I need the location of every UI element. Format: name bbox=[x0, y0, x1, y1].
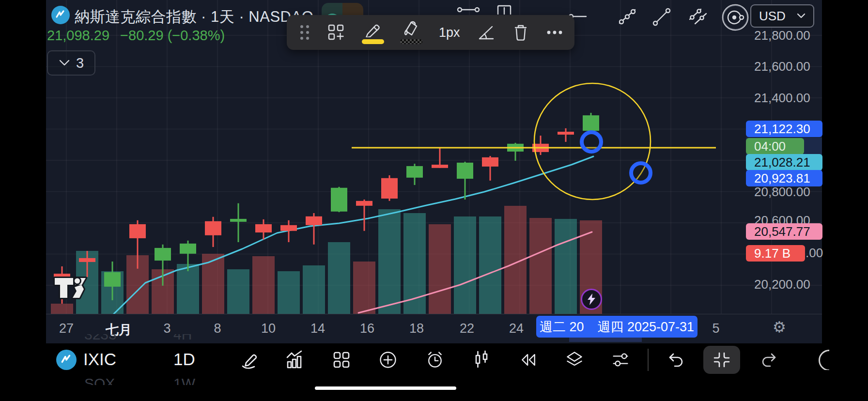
parallel-channel-tool-icon[interactable] bbox=[687, 6, 710, 27]
chart-settings-button[interactable] bbox=[611, 350, 631, 370]
angle-tool-icon[interactable] bbox=[476, 23, 496, 42]
templates-icon[interactable] bbox=[327, 23, 345, 42]
volume-bar bbox=[328, 242, 350, 314]
candle-body bbox=[280, 225, 297, 231]
extended-line-tool-icon[interactable] bbox=[456, 5, 481, 14]
volume-bar bbox=[278, 271, 300, 314]
time-axis-label: 18 bbox=[409, 321, 424, 336]
fill-color-button[interactable] bbox=[400, 21, 422, 44]
time-axis-label: 24 bbox=[509, 321, 524, 336]
line-width-label: 1px bbox=[439, 25, 460, 40]
indicator-count: 3 bbox=[76, 55, 84, 71]
symbol-title[interactable]: 納斯達克綜合指數 · 1天 · NASDAQ bbox=[75, 7, 313, 27]
zigzag-glyph bbox=[62, 355, 69, 362]
trend-3-point-tool-icon[interactable] bbox=[617, 6, 638, 27]
chevron-down-icon bbox=[59, 59, 70, 67]
drag-handle-icon[interactable] bbox=[298, 23, 311, 42]
chevron-down-icon bbox=[797, 13, 806, 19]
indicators-button[interactable] bbox=[285, 350, 305, 370]
trend-line-tool-icon[interactable] bbox=[651, 6, 672, 27]
trash-icon[interactable] bbox=[512, 23, 530, 42]
date-badge-end: 週四 2025-07-31 bbox=[597, 318, 694, 336]
add-button[interactable] bbox=[378, 350, 398, 370]
price-axis-badge: 04:00 bbox=[746, 138, 804, 154]
time-axis-label: 3 bbox=[163, 321, 170, 336]
volume-bar bbox=[454, 216, 476, 314]
symbol-logo-small[interactable] bbox=[56, 350, 77, 370]
axis-settings-gear-icon[interactable]: ⚙ bbox=[773, 318, 786, 336]
symbol-picker[interactable]: IXIC bbox=[83, 350, 116, 369]
date-badge-start: 週二 20 bbox=[540, 318, 584, 336]
interval-wheel-next: 1W bbox=[173, 375, 212, 385]
ellipse-tool-icon-selected[interactable] bbox=[722, 4, 749, 31]
tradingview-watermark-logo bbox=[52, 274, 88, 301]
price-axis-badge: 20,923.81 bbox=[746, 170, 822, 186]
candle-body bbox=[205, 221, 221, 235]
symbol-logo[interactable] bbox=[51, 6, 70, 24]
redo-button[interactable] bbox=[760, 350, 779, 370]
time-axis-label: 8 bbox=[214, 321, 221, 336]
home-indicator[interactable] bbox=[315, 386, 456, 390]
volume-bar bbox=[177, 264, 199, 314]
layouts-button[interactable] bbox=[332, 350, 351, 370]
volume-bar bbox=[429, 224, 451, 314]
time-axis-label: 22 bbox=[460, 321, 474, 336]
volume-bar bbox=[378, 209, 401, 314]
candle-body bbox=[583, 115, 599, 131]
time-axis-label: 5 bbox=[712, 321, 719, 336]
price-axis-label: 21,800.00 bbox=[754, 28, 810, 43]
price-range-tool-icon[interactable] bbox=[496, 3, 513, 15]
right-letterbox bbox=[822, 0, 868, 343]
partial-edge-button[interactable] bbox=[819, 350, 829, 370]
drawing-anchor-handle[interactable] bbox=[631, 163, 651, 183]
volume-bar bbox=[51, 304, 73, 314]
last-price: 21,098.29 bbox=[47, 28, 109, 43]
symbol-wheel-prev: 3233 bbox=[84, 334, 142, 343]
candle-body bbox=[155, 248, 171, 261]
candle-body bbox=[180, 244, 196, 254]
compare-candles-button[interactable] bbox=[472, 350, 491, 370]
candle-body bbox=[129, 224, 146, 238]
candle-body bbox=[306, 216, 322, 225]
draw-button[interactable] bbox=[240, 350, 260, 370]
undo-button[interactable] bbox=[666, 350, 685, 370]
selected-fill-swatch bbox=[400, 39, 422, 44]
more-options-icon[interactable] bbox=[546, 30, 563, 35]
date-range-badge: 週二 20 週四 2025-07-31 bbox=[536, 316, 698, 338]
line-color-button[interactable] bbox=[362, 21, 384, 44]
left-letterbox bbox=[0, 0, 46, 343]
time-axis-selection-strip bbox=[569, 338, 642, 342]
zigzag-glyph bbox=[57, 11, 63, 17]
price-axis-badge: 20,547.77 bbox=[746, 223, 822, 240]
replay-button[interactable] bbox=[519, 350, 538, 370]
volume-bar bbox=[479, 216, 501, 314]
volume-bar bbox=[555, 219, 577, 314]
lightning-icon bbox=[587, 293, 596, 306]
price-axis-badge: 9.17 B bbox=[746, 245, 805, 262]
candle-body bbox=[406, 166, 423, 178]
drawing-properties-toolbar[interactable]: 1px bbox=[287, 15, 574, 50]
volume-bar bbox=[227, 269, 249, 314]
candle-body bbox=[79, 258, 95, 262]
exit-fullscreen-button[interactable] bbox=[703, 346, 740, 374]
interval-picker[interactable]: 1D bbox=[173, 350, 195, 369]
symbol-wheel-next: SOX bbox=[84, 375, 142, 385]
legend-collapse-button[interactable]: 3 bbox=[47, 50, 95, 76]
quick-action-lightning-button[interactable] bbox=[581, 289, 602, 310]
currency-select[interactable]: USD bbox=[750, 4, 814, 28]
time-axis[interactable]: 27七月381014161822245 週二 20 週四 2025-07-31 … bbox=[46, 314, 822, 344]
price-axis-label: 21,600.00 bbox=[754, 59, 810, 74]
candle-body bbox=[255, 224, 272, 232]
candle-body bbox=[482, 157, 498, 167]
candle-body bbox=[331, 188, 347, 212]
price-axis-badge: 21,122.30 bbox=[746, 121, 822, 137]
candle-body bbox=[457, 163, 473, 179]
price-change: −80.29 (−0.38%) bbox=[120, 28, 225, 43]
pencil-icon bbox=[363, 21, 383, 37]
drawing-anchor-handle[interactable] bbox=[582, 132, 601, 152]
price-axis-label: 21,400.00 bbox=[754, 90, 810, 106]
alert-button[interactable] bbox=[425, 350, 445, 370]
line-width-button[interactable]: 1px bbox=[439, 25, 460, 40]
volume-bar bbox=[252, 256, 275, 314]
object-tree-button[interactable] bbox=[565, 350, 584, 370]
